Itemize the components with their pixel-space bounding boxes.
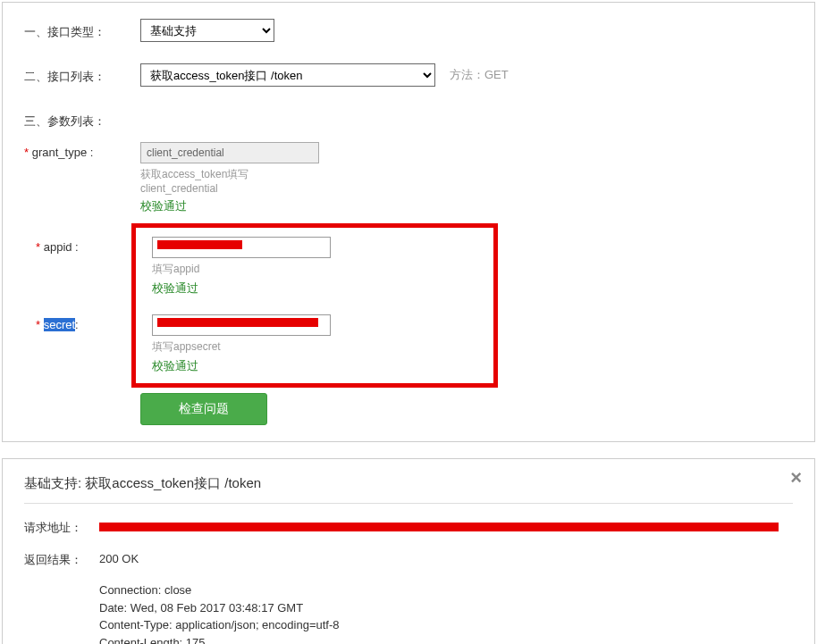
valid-appid: 校验通过 xyxy=(152,280,331,297)
param-grant-type: * grant_type : 获取access_token填写client_cr… xyxy=(24,142,793,214)
api-test-form-panel: 一、接口类型： 基础支持 二、接口列表： 获取access_token接口 /t… xyxy=(2,2,815,442)
row-params-header: 三、参数列表： xyxy=(24,108,793,130)
redact-appid xyxy=(157,240,242,249)
header-content-type: Content-Type: application/json; encoding… xyxy=(99,616,793,634)
label-secret: * secret: xyxy=(36,314,152,331)
highlight-credentials: * appid : 填写appid 校验通过 * secret: xyxy=(131,223,498,388)
help-grant-type: 获取access_token填写client_credential xyxy=(140,167,319,195)
response-body: 200 OK Connection: close Date: Wed, 08 F… xyxy=(99,552,793,644)
help-secret: 填写appsecret xyxy=(152,339,331,355)
close-icon[interactable]: × xyxy=(790,466,802,489)
valid-grant-type: 校验通过 xyxy=(140,198,319,214)
response-status: 200 OK xyxy=(99,552,793,565)
label-api-type: 一、接口类型： xyxy=(24,19,140,40)
header-connection: Connection: close xyxy=(99,581,793,599)
method-label: 方法：GET xyxy=(450,67,509,83)
select-api-type[interactable]: 基础支持 xyxy=(140,19,274,42)
header-date: Date: Wed, 08 Feb 2017 03:48:17 GMT xyxy=(99,599,793,617)
valid-secret: 校验通过 xyxy=(152,358,331,374)
param-appid: * appid : 填写appid 校验通过 xyxy=(36,237,486,297)
label-params: 三、参数列表： xyxy=(24,108,140,130)
header-content-length: Content-Length: 175 xyxy=(99,634,793,645)
check-button[interactable]: 检查问题 xyxy=(140,393,267,425)
label-response: 返回结果： xyxy=(24,552,99,568)
redact-secret xyxy=(157,318,318,327)
label-api-list: 二、接口列表： xyxy=(24,63,140,85)
input-grant-type[interactable] xyxy=(140,142,319,163)
param-secret: * secret: 填写appsecret 校验通过 xyxy=(36,314,486,374)
row-api-type: 一、接口类型： 基础支持 xyxy=(24,19,793,42)
row-api-list: 二、接口列表： 获取access_token接口 /token 方法：GET xyxy=(24,63,793,87)
help-appid: 填写appid xyxy=(152,262,331,277)
row-response: 返回结果： 200 OK Connection: close Date: Wed… xyxy=(24,552,793,644)
response-headers: Connection: close Date: Wed, 08 Feb 2017… xyxy=(99,581,793,644)
label-appid: * appid : xyxy=(36,237,152,254)
label-request-url: 请求地址： xyxy=(24,520,99,536)
row-request-url: 请求地址： xyxy=(24,520,793,536)
request-url-value xyxy=(99,520,793,532)
label-grant-type: * grant_type : xyxy=(24,142,140,159)
redact-url xyxy=(99,523,779,531)
select-api-endpoint[interactable]: 获取access_token接口 /token xyxy=(140,63,435,87)
result-title: 基础支持: 获取access_token接口 /token xyxy=(24,475,793,504)
api-result-panel: × 基础支持: 获取access_token接口 /token 请求地址： 返回… xyxy=(2,458,815,644)
